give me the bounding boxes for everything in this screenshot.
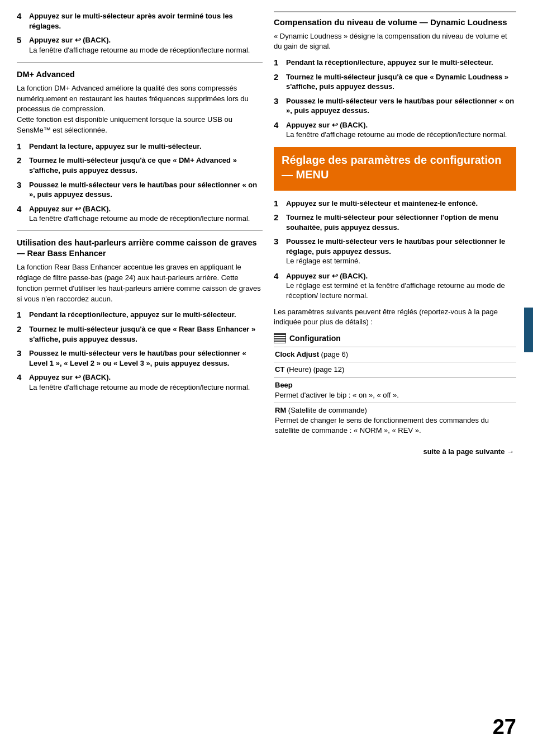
step-bold: Poussez le multi-sélecteur vers le haut/… — [286, 237, 516, 256]
step-detail: Le réglage est terminé. — [286, 257, 360, 265]
step-bold: Poussez le multi-sélecteur vers le haut/… — [29, 348, 263, 368]
dm-title: DM+ Advanced — [17, 69, 263, 80]
step-item: 5 Appuyez sur ↩ (BACK). La fenêtre d'aff… — [17, 35, 263, 55]
step-content: Pendant la réception/lecture, appuyez su… — [29, 310, 263, 320]
step-number: 2 — [17, 324, 29, 334]
back-arrow-icon: ↩ — [75, 204, 81, 214]
step-content: Pendant la réception/lecture, appuyez su… — [286, 58, 516, 68]
right-column: Compensation du niveau de volume — Dynam… — [274, 11, 516, 734]
step-number: 2 — [274, 72, 286, 82]
menu-footer-text: Les paramètres suivants peuvent être rég… — [274, 307, 516, 328]
step-bold: Poussez le multi-sélecteur vers le haut/… — [286, 96, 516, 116]
dm-steps: 1 Pendant la lecture, appuyez sur le mul… — [17, 141, 263, 224]
step-number: 3 — [17, 180, 29, 190]
intro-steps: 4 Appuyez sur le multi-sélecteur après a… — [17, 11, 263, 55]
step-item: 1 Pendant la réception/lecture, appuyez … — [274, 58, 516, 68]
step-item: 4 Appuyez sur le multi-sélecteur après a… — [17, 11, 263, 31]
step-item: 1 Pendant la lecture, appuyez sur le mul… — [17, 141, 263, 152]
config-row-cell: CT (Heure) (page 12) — [274, 362, 516, 377]
step-item: 4 Appuyez sur ↩ (BACK). Le réglage est t… — [274, 271, 516, 301]
step-detail: La fenêtre d'affichage retourne au mode … — [29, 214, 250, 223]
config-row-title: Beep — [275, 380, 515, 390]
step-number: 1 — [17, 310, 29, 319]
table-row: RM (Satellite de commande) Permet de cha… — [274, 403, 516, 438]
step-bold: Appuyez sur ↩ (BACK). — [286, 271, 516, 281]
rear-bass-body: La fonction Rear Bass Enhancer accentue … — [17, 262, 263, 304]
step-item: 4 Appuyez sur ↩ (BACK). La fenêtre d'aff… — [17, 204, 263, 224]
step-content: Appuyez sur ↩ (BACK). La fenêtre d'affic… — [29, 35, 263, 55]
step-detail: La fenêtre d'affichage retourne au mode … — [29, 383, 250, 391]
step-number: 5 — [17, 35, 29, 45]
menu-steps: 1 Appuyez sur le multi-sélecteur et main… — [274, 199, 516, 301]
step-content: Appuyez sur ↩ (BACK). Le réglage est ter… — [286, 271, 516, 301]
next-page-note: suite à la page suivante → — [274, 447, 516, 456]
page-number: 27 — [493, 715, 516, 739]
step-item: 2 Tournez le multi-sélecteur pour sélect… — [274, 212, 516, 232]
step-content: Pendant la lecture, appuyez sur le multi… — [29, 141, 263, 152]
step-item: 3 Poussez le multi-sélecteur vers le hau… — [17, 180, 263, 200]
config-row-suffix: (Heure) (page 12) — [287, 365, 344, 374]
step-content: Appuyez sur ↩ (BACK). La fenêtre d'affic… — [29, 372, 263, 393]
step-content: Poussez le multi-sélecteur vers le haut/… — [29, 348, 263, 368]
step-bold: Tournez le multi-sélecteur pour sélectio… — [286, 212, 516, 232]
step-detail: La fenêtre d'affichage retourne au mode … — [286, 130, 507, 139]
back-arrow-icon: ↩ — [75, 372, 81, 382]
step-bold: Tournez le multi-sélecteur jusqu'à ce qu… — [286, 72, 516, 92]
step-bold: Pendant la lecture, appuyez sur le multi… — [29, 141, 263, 152]
step-content: Tournez le multi-sélecteur jusqu'à ce qu… — [29, 155, 263, 175]
config-header-label: Configuration — [289, 334, 341, 343]
step-number: 4 — [274, 120, 286, 130]
config-row-cell: Clock Adjust (page 6) — [274, 347, 516, 362]
step-content: Appuyez sur ↩ (BACK). La fenêtre d'affic… — [286, 120, 516, 140]
step-item: 2 Tournez le multi-sélecteur jusqu'à ce … — [274, 72, 516, 92]
back-arrow-icon: ↩ — [332, 271, 338, 281]
table-row: CT (Heure) (page 12) — [274, 362, 516, 377]
config-row-cell: Beep Permet d'activer le bip : « on », «… — [274, 377, 516, 403]
config-row-suffix: (page 6) — [321, 350, 348, 358]
step-number: 2 — [17, 155, 29, 165]
step-bold: Appuyez sur ↩ (BACK). — [286, 120, 516, 130]
step-number: 3 — [274, 237, 286, 246]
dynamic-loudness-steps: 1 Pendant la réception/lecture, appuyez … — [274, 58, 516, 140]
step-content: Appuyez sur le multi-sélecteur après avo… — [29, 11, 263, 31]
config-row-cell: RM (Satellite de commande) Permet de cha… — [274, 403, 516, 438]
step-number: 4 — [17, 204, 29, 214]
step-number: 1 — [274, 199, 286, 208]
back-arrow-icon: ↩ — [332, 120, 338, 130]
step-number: 3 — [17, 348, 29, 358]
sidebar-accent-bar — [524, 308, 533, 352]
step-content: Poussez le multi-sélecteur vers le haut/… — [286, 237, 516, 266]
rear-bass-steps: 1 Pendant la réception/lecture, appuyez … — [17, 310, 263, 392]
config-row-title: RM — [275, 406, 286, 414]
step-item: 1 Pendant la réception/lecture, appuyez … — [17, 310, 263, 320]
dynamic-loudness-section: Compensation du niveau de volume — Dynam… — [274, 11, 516, 140]
step-bold: Poussez le multi-sélecteur vers le haut/… — [29, 180, 263, 200]
menu-highlight-section: Réglage des paramètres de configuration … — [274, 147, 516, 191]
step-number: 1 — [274, 58, 286, 67]
step-bold: Appuyez sur ↩ (BACK). — [29, 35, 263, 45]
step-content: Poussez le multi-sélecteur vers le haut/… — [286, 96, 516, 116]
table-row: Beep Permet d'activer le bip : « on », «… — [274, 377, 516, 403]
step-bold: Appuyez sur ↩ (BACK). — [29, 204, 263, 214]
rear-bass-section: Utilisation des haut-parleurs arrière co… — [17, 238, 263, 393]
config-icon — [274, 333, 286, 343]
config-table: Clock Adjust (page 6) CT (Heure) (page 1… — [274, 347, 516, 438]
step-bold: Tournez le multi-sélecteur jusqu'à ce qu… — [29, 324, 263, 344]
step-number: 3 — [274, 96, 286, 106]
step-item: 4 Appuyez sur ↩ (BACK). La fenêtre d'aff… — [17, 372, 263, 393]
dynamic-loudness-title: Compensation du niveau de volume — Dynam… — [274, 17, 516, 28]
step-item: 1 Appuyez sur le multi-sélecteur et main… — [274, 199, 516, 209]
section-divider — [17, 230, 263, 231]
step-content: Poussez le multi-sélecteur vers le haut/… — [29, 180, 263, 200]
step-detail: Le réglage est terminé et la fenêtre d'a… — [286, 281, 505, 300]
step-number: 4 — [17, 11, 29, 21]
step-bold: Pendant la réception/lecture, appuyez su… — [286, 58, 516, 68]
page-container: 4 Appuyez sur le multi-sélecteur après a… — [0, 0, 533, 756]
step-item: 4 Appuyez sur ↩ (BACK). La fenêtre d'aff… — [274, 120, 516, 140]
step-item: 3 Poussez le multi-sélecteur vers le hau… — [274, 96, 516, 116]
left-column: 4 Appuyez sur le multi-sélecteur après a… — [17, 11, 263, 734]
config-row-title: CT — [275, 365, 284, 374]
step-item: 3 Poussez le multi-sélecteur vers le hau… — [274, 237, 516, 266]
config-row-detail: Permet de changer le sens de fonctionnem… — [275, 415, 515, 436]
config-header: Configuration — [274, 333, 516, 343]
